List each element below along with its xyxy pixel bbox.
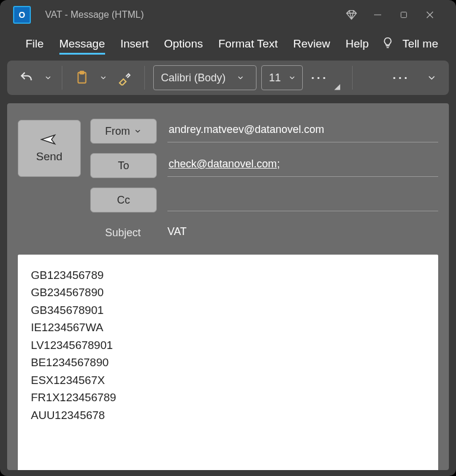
premium-icon[interactable] [338, 2, 365, 28]
from-button[interactable]: From [90, 119, 157, 144]
paste-button[interactable] [71, 66, 93, 90]
ribbon: Calibri (Body) 11 ··· ◢ ··· [7, 61, 449, 95]
from-field[interactable]: andrey.matveev@datanovel.com [167, 120, 438, 142]
maximize-button[interactable] [391, 2, 417, 28]
window-title: VAT - Message (HTML) [45, 9, 144, 20]
outlook-icon: O [13, 6, 31, 24]
title-bar: O VAT - Message (HTML) [0, 0, 456, 30]
send-button[interactable]: Send [18, 120, 81, 177]
undo-button[interactable] [15, 66, 38, 90]
font-family-value: Calibri (Body) [161, 72, 226, 84]
close-button[interactable] [417, 2, 443, 28]
body-line: AUU12345678 [31, 407, 425, 424]
body-line: IE1234567WA [31, 319, 425, 336]
body-line: FR1X123456789 [31, 389, 425, 406]
menu-help[interactable]: Help [338, 30, 376, 58]
dialog-launcher-icon[interactable]: ◢ [334, 82, 340, 91]
to-recipient[interactable]: check@datanovel.com [169, 158, 277, 170]
message-body[interactable]: GB123456789 GB234567890 GB345678901 IE12… [18, 255, 438, 470]
paste-more-button[interactable] [98, 66, 109, 90]
separator [352, 66, 353, 90]
font-family-select[interactable]: Calibri (Body) [153, 65, 256, 90]
separator [144, 66, 145, 90]
send-label: Send [36, 150, 62, 163]
to-label: To [118, 160, 129, 172]
menu-insert[interactable]: Insert [113, 30, 157, 58]
menu-options[interactable]: Options [156, 30, 210, 58]
tell-me-search[interactable]: Tell me [403, 37, 438, 50]
menu-format-text[interactable]: Format Text [211, 30, 286, 58]
cc-field[interactable] [167, 189, 438, 211]
ribbon-more-button-1[interactable]: ··· [308, 66, 332, 90]
ribbon-collapse-button[interactable] [423, 66, 441, 90]
to-button[interactable]: To [90, 153, 157, 178]
outlook-compose-window: O VAT - Message (HTML) File Message Inse… [0, 0, 456, 476]
separator [62, 66, 62, 90]
font-size-value: 11 [269, 72, 281, 84]
subject-label: Subject [90, 227, 156, 239]
svg-rect-5 [80, 71, 84, 74]
ribbon-more-button-2[interactable]: ··· [389, 66, 413, 90]
undo-more-button[interactable] [43, 66, 53, 90]
font-size-select[interactable]: 11 [261, 65, 303, 90]
svg-rect-1 [401, 12, 406, 17]
body-line: BE1234567890 [31, 354, 425, 371]
body-line: ESX1234567X [31, 372, 425, 389]
body-line: GB123456789 [31, 266, 425, 284]
body-line: GB345678901 [31, 302, 425, 319]
menu-file[interactable]: File [18, 30, 52, 58]
menu-review[interactable]: Review [286, 30, 338, 58]
subject-field[interactable]: VAT [166, 222, 438, 244]
cc-button[interactable]: Cc [90, 188, 157, 212]
menu-message[interactable]: Message [52, 30, 113, 58]
body-line: LV12345678901 [31, 337, 425, 354]
to-field[interactable]: check@datanovel.com; [167, 154, 438, 177]
cc-label: Cc [117, 194, 130, 207]
body-line: GB234567890 [31, 284, 425, 301]
compose-area: Send From andrey.matveev@datanovel.com T… [7, 103, 449, 470]
lightbulb-icon[interactable] [381, 36, 394, 52]
format-painter-button[interactable] [113, 66, 136, 90]
from-label: From [105, 125, 130, 138]
minimize-button[interactable] [365, 2, 391, 28]
menu-bar: File Message Insert Options Format Text … [0, 30, 456, 58]
